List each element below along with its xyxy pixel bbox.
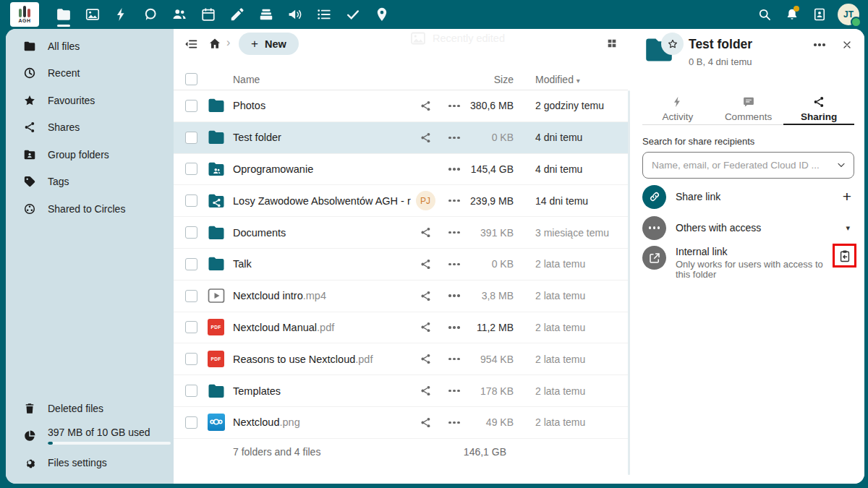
column-modified[interactable]: Modified ▾ (514, 74, 628, 85)
more-actions-button[interactable] (440, 326, 469, 328)
more-actions-button[interactable] (440, 421, 469, 424)
sidebar-item-tags[interactable]: Tags (6, 168, 174, 196)
share-icon[interactable] (420, 353, 432, 365)
share-row-others-with-access[interactable]: Others with access ▾ (642, 215, 854, 241)
tab-activity[interactable]: Activity (642, 93, 713, 124)
agh-logo[interactable]: AGH (10, 2, 39, 27)
file-row[interactable]: Losy Zawodowe Absolwentów AGH - raporty … (174, 185, 628, 217)
share-row-share-link[interactable]: Share link + (642, 184, 854, 210)
topbar-app-files[interactable] (49, 0, 78, 29)
row-checkbox[interactable] (185, 226, 197, 239)
online-status-dot (851, 17, 861, 27)
share-icon[interactable] (420, 321, 432, 333)
tab-comments[interactable]: Comments (713, 93, 784, 124)
more-actions-button[interactable] (440, 137, 469, 139)
row-checkbox[interactable] (185, 290, 197, 302)
share-icon[interactable] (420, 385, 432, 397)
file-row[interactable]: PDF Nextcloud Manual.pdf 11,2 MB 2 lata … (174, 312, 628, 344)
row-checkbox[interactable] (185, 385, 197, 397)
topbar-app-activity[interactable] (107, 0, 136, 29)
share-icon[interactable] (420, 416, 432, 429)
more-actions-button[interactable] (440, 358, 469, 360)
share-icon[interactable] (420, 258, 432, 270)
more-actions-button[interactable] (440, 390, 469, 392)
topbar-app-photos[interactable] (78, 0, 107, 29)
row-checkbox[interactable] (185, 416, 197, 429)
content-sheet: All filesRecentFavouritesSharesGroup fol… (6, 29, 864, 484)
file-row[interactable]: Talk 0 KB 2 lata temu (174, 249, 628, 281)
file-row[interactable]: Test folder 0 KB 4 dni temu (174, 122, 628, 154)
collapse-sidebar-icon[interactable] (184, 37, 198, 51)
sidebar-item-shares[interactable]: Shares (6, 114, 174, 142)
sidebar-bottom: Deleted files 397 MB of 10 GB used Files… (6, 395, 174, 477)
video-file-icon (207, 286, 226, 305)
home-breadcrumb-icon[interactable] (208, 37, 221, 50)
contacts-menu-button[interactable] (806, 0, 833, 29)
pdf-file-icon: PDF (208, 319, 224, 335)
more-actions-button[interactable] (440, 263, 469, 265)
chevron-down-icon[interactable] (835, 159, 847, 171)
copy-internal-link-button[interactable] (835, 246, 854, 265)
column-name[interactable]: Name (233, 74, 411, 85)
share-icon[interactable] (420, 290, 432, 302)
row-checkbox[interactable] (185, 163, 197, 175)
user-avatar[interactable]: JT (838, 4, 859, 25)
row-checkbox[interactable] (185, 100, 197, 112)
row-checkbox[interactable] (185, 194, 197, 207)
notifications-button[interactable] (778, 0, 806, 29)
share-icon[interactable] (420, 132, 432, 144)
file-row[interactable]: Nextcloud intro.mp4 3,8 MB 2 lata temu (174, 281, 628, 312)
share-recipient-input[interactable] (642, 152, 854, 179)
share-icon[interactable] (420, 100, 432, 112)
file-row[interactable]: Templates 178 KB 2 lata temu (174, 375, 628, 407)
row-checkbox[interactable] (185, 132, 197, 144)
row-checkbox[interactable] (185, 321, 197, 333)
topbar-app-tasks[interactable] (310, 0, 339, 29)
favourite-star-button[interactable] (661, 33, 684, 55)
more-actions-button[interactable] (440, 168, 469, 170)
share-row-internal-link[interactable]: Internal linkOnly works for users with a… (642, 246, 854, 281)
app-menu (49, 0, 396, 29)
topbar-app-notes[interactable] (223, 0, 252, 29)
column-size[interactable]: Size (469, 74, 514, 85)
topbar-app-contacts[interactable] (165, 0, 194, 29)
more-actions-button[interactable] (440, 231, 469, 234)
scrollbar[interactable] (628, 90, 630, 475)
file-row[interactable]: Photos 380,6 MB 2 godziny temu (174, 90, 628, 122)
select-all-checkbox[interactable] (185, 73, 197, 85)
topbar-app-checks[interactable] (339, 0, 367, 29)
file-row[interactable]: Oprogramowanie 145,4 GB 4 dni temu (174, 154, 628, 186)
topbar-app-calendar[interactable] (194, 0, 223, 29)
sidebar-item-favourites[interactable]: Favourites (6, 87, 174, 114)
sidebar-item-all-files[interactable]: All files (6, 33, 174, 60)
share-icon[interactable] (420, 226, 432, 239)
expand-others-icon[interactable]: ▾ (846, 223, 854, 233)
unified-search-button[interactable] (751, 0, 778, 29)
row-checkbox[interactable] (185, 258, 197, 270)
details-more-button[interactable] (814, 43, 825, 46)
sidebar-item-shared-to-circles[interactable]: Shared to Circles (6, 195, 174, 223)
row-checkbox[interactable] (185, 353, 197, 365)
close-icon[interactable] (841, 39, 853, 51)
sidebar-item-group-folders[interactable]: Group folders (6, 141, 174, 168)
topbar-app-announcements[interactable] (281, 0, 310, 29)
sharing-tab-content: Search for share recipients Share link +… (642, 125, 854, 281)
topbar-app-talk[interactable] (136, 0, 165, 29)
file-row[interactable]: Documents 391 KB 3 miesiące temu (174, 217, 628, 249)
sidebar-item-files-settings[interactable]: Files settings (6, 450, 174, 477)
tab-sharing[interactable]: Sharing (783, 93, 854, 124)
file-row[interactable]: PDF Reasons to use Nextcloud.pdf 954 KB … (174, 343, 628, 375)
new-button[interactable]: + New (239, 33, 299, 55)
more-actions-button[interactable] (440, 294, 469, 296)
add-share-link-button[interactable]: + (843, 188, 854, 205)
topbar-app-maps[interactable] (367, 0, 396, 29)
topbar-app-deck[interactable] (252, 0, 281, 29)
grid-view-toggle-icon[interactable] (606, 38, 618, 49)
sharer-avatar-badge[interactable]: PJ (416, 191, 435, 210)
sidebar-item-deleted-files[interactable]: Deleted files (6, 395, 174, 423)
sidebar-item-recent[interactable]: Recent (6, 60, 174, 87)
more-actions-button[interactable] (440, 200, 469, 202)
sidebar-storage[interactable]: 397 MB of 10 GB used (6, 422, 174, 450)
file-row[interactable]: Nextcloud.png 49 KB 2 lata temu (174, 407, 628, 439)
more-actions-button[interactable] (440, 105, 469, 107)
